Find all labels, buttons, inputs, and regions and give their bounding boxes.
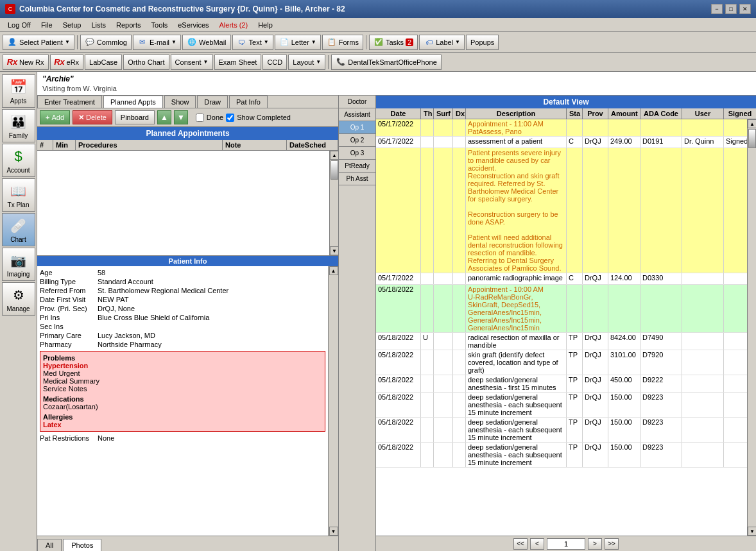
sidebar-item-appts[interactable]: 📅 Appts [2, 74, 35, 108]
page-next[interactable]: > [588, 538, 602, 550]
label-arrow: ▼ [455, 39, 460, 45]
table-cell [682, 119, 724, 136]
add-button[interactable]: + Add [40, 110, 70, 124]
webmail-button[interactable]: 🌐 WebMail [182, 35, 231, 50]
mini-doctor[interactable]: Doctor [339, 96, 375, 108]
table-row[interactable]: 05/18/2022Uradical resection of maxilla … [376, 333, 756, 350]
sidebar-item-txplan[interactable]: 📖 Tx Plan [2, 178, 35, 212]
label-button[interactable]: 🏷 Label ▼ [419, 35, 465, 50]
table-cell [453, 148, 466, 273]
table-row[interactable]: 05/18/2022skin graft (identify defect co… [376, 350, 756, 375]
table-cell [453, 285, 466, 332]
page-last[interactable]: >> [605, 538, 619, 550]
mini-ptready[interactable]: PtReady [339, 160, 375, 173]
forms-button[interactable]: 📋 Forms [322, 35, 363, 50]
table-cell: 3101.00 [608, 350, 640, 375]
done-checkbox-area: Done [196, 114, 223, 122]
sidebar-item-chart[interactable]: 🩹 Chart [2, 213, 35, 246]
table-row[interactable]: 05/18/2022deep sedation/general anesthes… [376, 375, 756, 393]
menu-lists[interactable]: Lists [86, 20, 111, 30]
table-cell: TP [567, 443, 583, 467]
table-cell [421, 119, 434, 136]
mini-assistant[interactable]: Assistant [339, 108, 375, 121]
table-row[interactable]: 05/17/2022Appointment - 11:00 AM PatAsse… [376, 119, 756, 137]
table-row[interactable]: Patient presents severe injury to mandib… [376, 148, 756, 273]
commlog-button[interactable]: 💬 Commlog [80, 35, 132, 50]
menu-logoff[interactable]: Log Off [3, 20, 36, 30]
table-row[interactable]: 05/18/2022Appointment - 10:00 AM U-RadRe… [376, 285, 756, 333]
dv-scroll-down[interactable]: ▼ [748, 527, 756, 536]
table-row[interactable]: 05/17/2022assessment of a patientCDrQJ24… [376, 137, 756, 148]
sidebar-item-manage[interactable]: ⚙ Manage [2, 282, 35, 316]
select-patient-button[interactable]: 👤 Select Patient ▼ [3, 35, 74, 50]
tab-show[interactable]: Show [164, 96, 196, 108]
ccd-button[interactable]: CCD [262, 55, 287, 70]
mini-op3[interactable]: Op 3 [339, 147, 375, 160]
tab-enter-treatment[interactable]: Enter Treatment [37, 96, 102, 108]
problems-section: Problems Hypertension Med Urgent Medical… [40, 351, 325, 432]
menu-file[interactable]: File [36, 20, 58, 30]
tab-draw[interactable]: Draw [197, 96, 228, 108]
popups-button[interactable]: Popups [466, 35, 499, 50]
default-view-scrollbar[interactable]: ▲ ▼ [747, 119, 756, 536]
tab-planned-appts[interactable]: Planned Appts [103, 96, 163, 108]
content-area: "Archie" Visiting from W. Virginia Enter… [37, 72, 756, 551]
default-view-columns: Date Th Surf Dx Description Sta Prov Amo… [376, 108, 756, 119]
menu-reports[interactable]: Reports [111, 20, 146, 30]
move-up-button[interactable]: ▲ [157, 110, 171, 124]
text-button[interactable]: 🗨 Text ▼ [232, 35, 273, 50]
scroll-down[interactable]: ▼ [330, 246, 338, 255]
layout-button[interactable]: Layout ▼ [288, 55, 325, 70]
menu-setup[interactable]: Setup [58, 20, 87, 30]
sidebar-item-account[interactable]: $ Account [2, 144, 35, 177]
pinboard-button[interactable]: Pinboard [115, 110, 155, 124]
page-first[interactable]: << [513, 538, 528, 550]
labcase-button[interactable]: LabCase [85, 55, 122, 70]
tab-pat-info[interactable]: Pat Info [229, 96, 268, 108]
menu-tools[interactable]: Tools [146, 20, 173, 30]
letter-button[interactable]: 📄 Letter ▼ [275, 35, 321, 50]
table-row[interactable]: 05/18/2022deep sedation/general anesthes… [376, 443, 756, 468]
table-row[interactable]: 05/18/2022deep sedation/general anesthes… [376, 418, 756, 443]
table-row[interactable]: 05/17/2022panoramic radiographic imageCD… [376, 273, 756, 285]
pharmacy-label: Pharmacy [40, 341, 98, 348]
table-cell [453, 333, 466, 350]
sidebar-item-family[interactable]: 👪 Family [2, 109, 35, 142]
dental-tek-button[interactable]: 📞 DentalTekSmartOfficePhone [331, 55, 442, 70]
menu-alerts[interactable]: Alerts (2) [214, 20, 253, 30]
ortho-chart-button[interactable]: Ortho Chart [123, 55, 169, 70]
delete-button[interactable]: ✕ Delete [73, 110, 112, 124]
mini-phasst[interactable]: Ph Asst [339, 173, 375, 185]
page-prev[interactable]: < [530, 538, 544, 550]
sidebar-item-imaging[interactable]: 📷 Imaging [2, 248, 35, 281]
close-button[interactable]: ✕ [739, 4, 751, 14]
info-scroll-up[interactable]: ▲ [329, 266, 338, 275]
done-checkbox[interactable] [196, 114, 204, 122]
sidebar-family-label: Family [9, 132, 28, 139]
scroll-thumb[interactable] [331, 160, 338, 180]
scroll-up[interactable]: ▲ [330, 151, 338, 160]
new-rx-button[interactable]: Rx New Rx [3, 55, 49, 70]
mini-op1[interactable]: Op 1 [339, 121, 375, 134]
consent-button[interactable]: Consent ▼ [171, 55, 213, 70]
table-cell: DrQJ [583, 137, 608, 148]
exam-sheet-button[interactable]: Exam Sheet [214, 55, 262, 70]
move-down-button[interactable]: ▼ [174, 110, 188, 124]
email-button[interactable]: ✉ E-mail ▼ [133, 35, 181, 50]
patient-info-scrollbar[interactable]: ▲ ▼ [328, 266, 338, 536]
menu-eservices[interactable]: eServices [173, 20, 214, 30]
show-completed-checkbox[interactable] [226, 114, 234, 122]
minimize-button[interactable]: − [711, 4, 723, 14]
dv-scroll-up[interactable]: ▲ [748, 119, 756, 128]
table-row[interactable]: 05/18/2022deep sedation/general anesthes… [376, 393, 756, 418]
menu-help[interactable]: Help [253, 20, 278, 30]
maximize-button[interactable]: □ [725, 4, 737, 14]
tasks-button[interactable]: ✅ Tasks 2 [369, 35, 418, 50]
planned-appts-scrollbar[interactable]: ▲ ▼ [329, 151, 338, 255]
info-scroll-down[interactable]: ▼ [329, 527, 338, 536]
tab-photos[interactable]: Photos [63, 539, 101, 551]
mini-op2[interactable]: Op 2 [339, 134, 375, 147]
dv-scroll-thumb[interactable] [748, 129, 756, 148]
tab-all[interactable]: All [37, 539, 62, 551]
erx-button[interactable]: Rx eRx [50, 55, 84, 70]
